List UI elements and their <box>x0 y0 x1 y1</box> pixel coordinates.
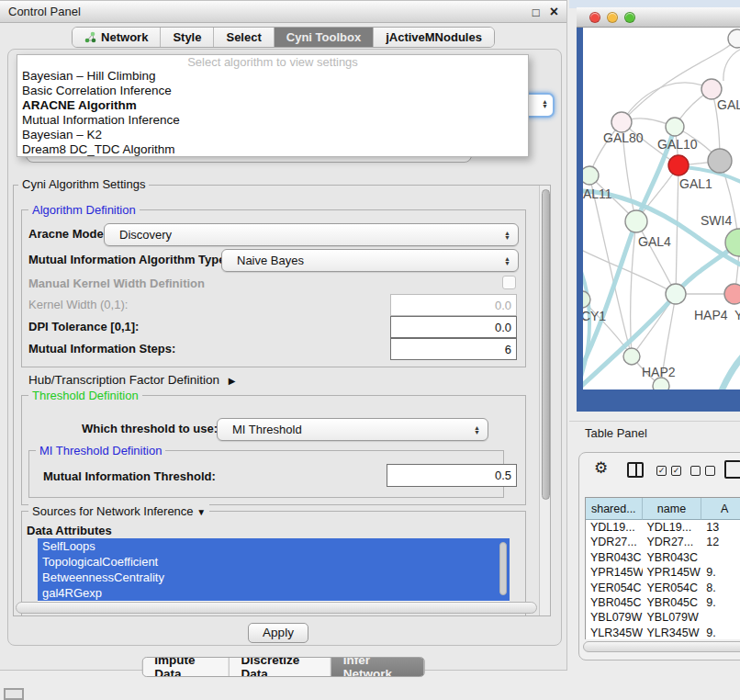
table-cell[interactable]: YBL079W <box>643 610 702 625</box>
tab-network[interactable]: Network <box>73 28 161 47</box>
table-row[interactable]: YLR345WYLR345W9. <box>586 626 740 639</box>
table-cell[interactable]: YDL19... <box>586 520 643 535</box>
table-cell[interactable]: YPR145W <box>643 565 702 580</box>
unchecked-checkbox-icon[interactable] <box>705 466 715 476</box>
table-cell[interactable]: YER054C <box>643 581 702 595</box>
table-cell[interactable]: 13 <box>701 520 740 535</box>
node-red[interactable] <box>668 155 689 175</box>
table-row[interactable]: YDR27...YDR27...12 <box>586 535 740 549</box>
aracne-mode-select[interactable]: Discovery ▲▼ <box>104 223 519 246</box>
tab-cyni-toolbox[interactable]: Cyni Toolbox <box>275 28 374 47</box>
table-row[interactable]: YBR045CYBR045C9. <box>586 595 740 610</box>
table-cell[interactable]: 9. <box>701 565 740 580</box>
settings-vertical-scrollbar[interactable] <box>539 186 551 616</box>
settings-scrollbar-thumb[interactable] <box>542 189 550 500</box>
hub-definition-toggle[interactable]: Hub/Transcription Factor Definition ▶ <box>28 372 236 390</box>
table-row[interactable]: YDL19...YDL19...13 <box>586 520 740 535</box>
split-pane-icon[interactable] <box>627 462 644 478</box>
dpi-tolerance-input[interactable] <box>390 316 517 338</box>
network-edge[interactable] <box>723 48 740 81</box>
algorithm-option-mutual-information-inference[interactable]: Mutual Information Inference <box>17 113 528 128</box>
attribute-item-gal4rgexp[interactable]: gal4RGexp <box>38 585 510 601</box>
unchecked-checkbox-icon[interactable] <box>690 466 701 476</box>
table-cell[interactable]: 9. <box>701 626 740 639</box>
network-window-titlebar[interactable] <box>577 7 740 28</box>
minimize-traffic-light[interactable] <box>607 12 618 23</box>
table-cell[interactable]: YBR045C <box>586 595 643 610</box>
page-icon[interactable] <box>724 460 740 479</box>
table-cell[interactable]: YDL19... <box>643 520 702 535</box>
tab-jactivemnodules[interactable]: jActiveMNodules <box>374 28 494 47</box>
list-scrollbar-thumb[interactable] <box>499 542 507 595</box>
table-cell[interactable]: YER054C <box>586 581 643 595</box>
table-row[interactable]: YBL079WYBL079W <box>586 610 740 625</box>
network-edge[interactable] <box>622 83 712 122</box>
table-cell[interactable]: YLR345W <box>643 626 702 639</box>
column-header-name[interactable]: name <box>643 498 702 520</box>
close-traffic-light[interactable] <box>589 12 600 23</box>
table-cell[interactable]: YBR043C <box>643 550 702 565</box>
data-attributes-list[interactable]: SelfLoopsTopologicalCoefficientBetweenne… <box>38 538 510 612</box>
table-horizontal-scrollbar[interactable] <box>583 641 740 652</box>
network-edge-highlighted[interactable] <box>719 349 740 390</box>
table-cell[interactable]: YPR145W <box>586 565 643 580</box>
node-hap2[interactable] <box>623 348 640 365</box>
tab-style[interactable]: Style <box>161 28 214 47</box>
node-gal80[interactable] <box>611 112 632 132</box>
tab-discretize-data[interactable]: Discretize Data <box>229 658 331 676</box>
node-gal10[interactable] <box>666 118 684 136</box>
mi-type-select[interactable]: Naive Bayes ▲▼ <box>221 249 519 272</box>
float-button[interactable]: □ <box>533 6 540 19</box>
table-cell[interactable] <box>701 610 740 625</box>
network-canvas[interactable]: GALGAL80GAL10GAL1GAL11SWI4GAL4HAP4YGCY1H… <box>583 28 740 390</box>
table-cell[interactable]: YBR043C <box>586 550 643 565</box>
table-row[interactable]: YER054CYER054C8. <box>586 581 740 595</box>
panel-grip[interactable] <box>4 688 24 700</box>
settings-horizontal-scrollbar[interactable] <box>16 602 537 614</box>
table-cell[interactable]: 8. <box>701 581 740 595</box>
node-gray[interactable] <box>708 149 732 173</box>
attribute-item-selfloops[interactable]: SelfLoops <box>38 538 510 554</box>
tab-impute-data[interactable]: Impute Data <box>142 658 229 676</box>
table-cell[interactable]: YDR27... <box>586 535 643 549</box>
sources-group-title[interactable]: Sources for Network Inference ▼ <box>28 504 209 518</box>
gear-icon[interactable]: ⚙ <box>594 459 608 478</box>
table-cell[interactable]: YLR345W <box>586 626 643 639</box>
checked-checkbox-icon[interactable]: ✓ <box>671 466 681 476</box>
table-cell[interactable]: 9. <box>701 595 740 610</box>
manual-kernel-checkbox[interactable] <box>502 276 516 289</box>
algorithm-option-basic-correlation-inference[interactable]: Basic Correlation Inference <box>17 84 528 98</box>
attribute-item-betweennesscentrality[interactable]: BetweennessCentrality <box>38 570 510 585</box>
table-cell[interactable]: 12 <box>701 535 740 549</box>
mi-steps-input[interactable] <box>390 338 517 360</box>
node-gal11[interactable] <box>583 166 599 185</box>
node-y-salmon[interactable] <box>724 284 740 304</box>
node-hap4[interactable] <box>666 284 686 304</box>
tab-infer-network[interactable]: Infer Network <box>331 658 424 676</box>
node-gal-pink[interactable] <box>701 79 722 99</box>
attribute-item-topologicalcoefficient[interactable]: TopologicalCoefficient <box>38 554 510 570</box>
algorithm-option-bayesian-k2[interactable]: Bayesian – K2 <box>17 128 528 142</box>
close-button[interactable]: × <box>550 4 558 20</box>
kernel-width-input[interactable] <box>390 294 517 316</box>
table-cell[interactable]: YDR27... <box>643 535 702 549</box>
table-cell[interactable] <box>701 550 740 565</box>
which-threshold-select[interactable]: MI Threshold ▲▼ <box>217 418 488 441</box>
tab-select[interactable]: Select <box>214 28 274 47</box>
node-gal4[interactable] <box>625 210 647 232</box>
network-edge[interactable] <box>583 248 676 294</box>
mi-threshold-input[interactable] <box>387 464 517 487</box>
algorithm-option-dream8-dc-tdc-algorithm[interactable]: Dream8 DC_TDC Algorithm <box>17 142 528 157</box>
table-row[interactable]: YPR145WYPR145W9. <box>586 565 740 580</box>
node-partial-top[interactable] <box>728 29 740 48</box>
zoom-traffic-light[interactable] <box>624 12 635 23</box>
checked-checkbox-icon[interactable]: ✓ <box>656 466 667 476</box>
table-cell[interactable]: YBL079W <box>586 610 643 625</box>
network-edge[interactable] <box>676 165 678 294</box>
column-header-a[interactable]: A <box>701 498 740 520</box>
table-cell[interactable]: YBR045C <box>643 595 702 610</box>
algorithm-option-aracne-algorithm[interactable]: ARACNE Algorithm <box>17 98 528 113</box>
column-header-shared[interactable]: shared... <box>586 498 643 520</box>
algorithm-option-bayesian-hill-climbing[interactable]: Bayesian – Hill Climbing <box>17 69 528 84</box>
apply-button[interactable]: Apply <box>248 623 308 643</box>
